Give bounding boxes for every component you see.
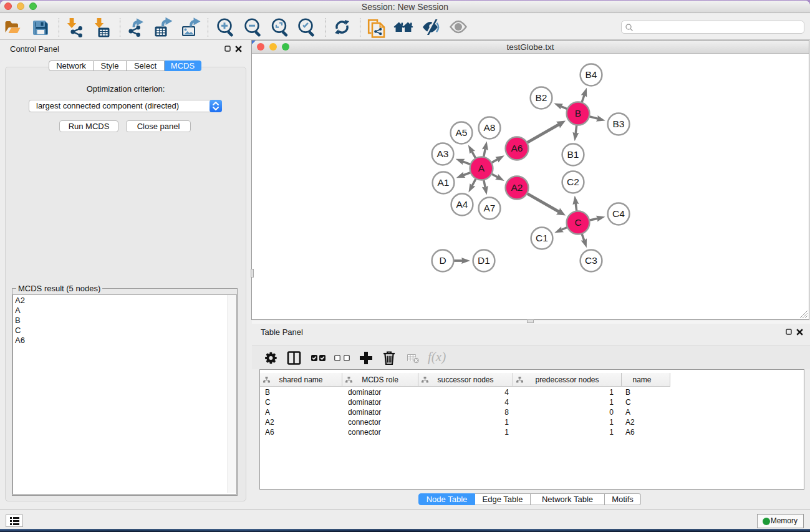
- svg-text:A1: A1: [438, 177, 450, 188]
- svg-text:A: A: [478, 163, 485, 173]
- svg-text:A2: A2: [511, 182, 523, 193]
- svg-text:B: B: [575, 108, 581, 118]
- svg-text:A5: A5: [456, 127, 468, 138]
- svg-text:C2: C2: [567, 177, 579, 187]
- svg-text:C4: C4: [612, 208, 625, 219]
- svg-text:D: D: [439, 255, 446, 266]
- svg-text:B4: B4: [586, 69, 597, 80]
- svg-text:B1: B1: [567, 149, 579, 160]
- svg-text:A6: A6: [511, 143, 523, 153]
- svg-text:D1: D1: [478, 255, 490, 266]
- svg-text:B2: B2: [536, 92, 547, 103]
- svg-text:A3: A3: [437, 148, 449, 159]
- svg-text:A4: A4: [456, 199, 468, 210]
- svg-text:C3: C3: [585, 255, 597, 266]
- svg-text:A8: A8: [484, 122, 496, 133]
- svg-text:C: C: [574, 217, 581, 228]
- svg-text:A7: A7: [484, 203, 496, 213]
- svg-text:C1: C1: [536, 233, 548, 243]
- svg-text:B3: B3: [613, 118, 625, 129]
